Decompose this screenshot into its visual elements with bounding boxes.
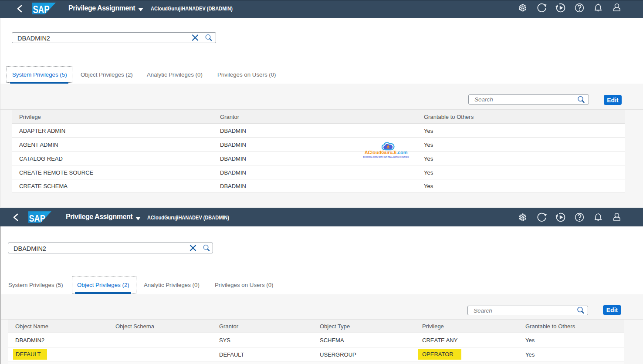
svg-text:SAP: SAP — [29, 213, 45, 223]
svg-text:SAP: SAP — [33, 4, 50, 14]
